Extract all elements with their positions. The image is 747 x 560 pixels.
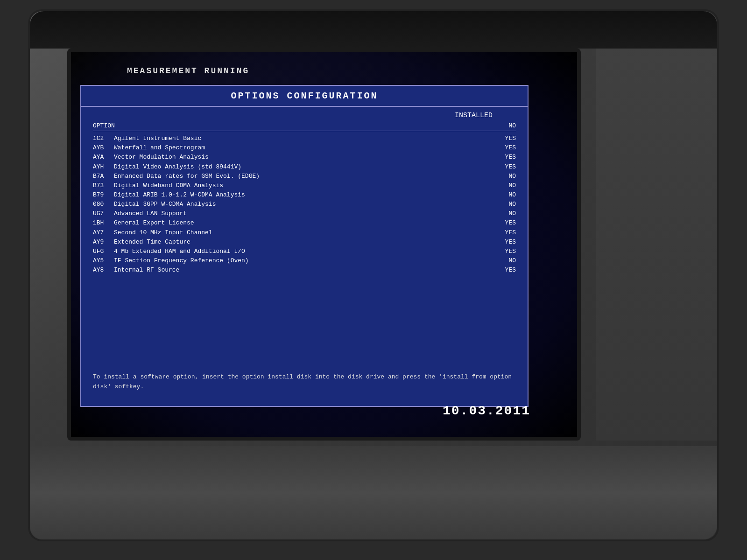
option-code: AYH	[93, 162, 114, 172]
option-status: NO	[488, 209, 516, 218]
initial-no: NO	[488, 121, 516, 131]
option-status: NO	[488, 200, 516, 209]
option-description: Second 10 MHz Input Channel	[114, 228, 488, 238]
option-status: NO	[488, 256, 516, 266]
option-code: 1C2	[93, 134, 114, 143]
config-content: INSTALLED OPTION NO 1C2Agilent Instrumen…	[81, 107, 528, 280]
option-row: AY7Second 10 MHz Input ChannelYES	[93, 228, 516, 238]
option-col-header: INSTALLED	[455, 112, 493, 119]
option-code: UG7	[93, 209, 114, 218]
option-row: B79Digital ARIB 1.0-1.2 W-CDMA AnalysisN…	[93, 190, 516, 200]
option-status: YES	[488, 218, 516, 228]
option-description: Digital Video Analysis (std 89441V)	[114, 162, 488, 172]
option-code: UFG	[93, 247, 114, 256]
option-row: 080Digital 3GPP W-CDMA AnalysisNO	[93, 200, 516, 209]
config-panel-title: OPTIONS CONFIGURATION	[81, 86, 528, 107]
option-description: Enhanced Data rates for GSM Evol. (EDGE)	[114, 172, 488, 181]
install-note: To install a software option, insert the…	[93, 372, 518, 392]
option-code: 1BH	[93, 218, 114, 228]
option-row: B7AEnhanced Data rates for GSM Evol. (ED…	[93, 172, 516, 181]
option-code: AY9	[93, 238, 114, 247]
option-code: B7A	[93, 172, 114, 181]
option-row: B73Digital Wideband CDMA AnalysisNO	[93, 181, 516, 190]
options-header: INSTALLED	[93, 112, 516, 119]
option-no-initial: OPTION NO	[93, 121, 516, 131]
option-row: AYBWaterfall and SpectrogramYES	[93, 143, 516, 153]
option-row: UG7Advanced LAN SupportNO	[93, 209, 516, 218]
option-row: 1C2Agilent Instrument BasicYES	[93, 134, 516, 143]
option-status: YES	[488, 134, 516, 143]
crt-screen: MEASUREMENT RUNNING OPTIONS CONFIGURATIO…	[67, 49, 581, 441]
screen-inner: MEASUREMENT RUNNING OPTIONS CONFIGURATIO…	[71, 52, 577, 437]
option-description: Waterfall and Spectrogram	[114, 143, 488, 153]
option-code: 080	[93, 200, 114, 209]
option-status: NO	[488, 181, 516, 190]
option-status: YES	[488, 247, 516, 256]
option-row: UFG4 Mb Extended RAM and Additional I/OY…	[93, 247, 516, 256]
option-description: General Export License	[114, 218, 488, 228]
option-status: YES	[488, 238, 516, 247]
options-divider	[93, 131, 516, 131]
option-description: Digital Wideband CDMA Analysis	[114, 181, 488, 190]
option-row: AY9Extended Time CaptureYES	[93, 238, 516, 247]
option-code: B79	[93, 190, 114, 200]
config-panel: OPTIONS CONFIGURATION INSTALLED OPTION N…	[80, 85, 529, 407]
measurement-running-label: MEASUREMENT RUNNING	[127, 66, 249, 76]
right-panel: install from option disk hardware option…	[596, 49, 717, 441]
option-description: Digital ARIB 1.0-1.2 W-CDMA Analysis	[114, 190, 488, 200]
option-code: AYB	[93, 143, 114, 153]
option-description: 4 Mb Extended RAM and Additional I/O	[114, 247, 488, 256]
option-code: AY8	[93, 266, 114, 275]
option-code: AYA	[93, 153, 114, 162]
option-description: Digital 3GPP W-CDMA Analysis	[114, 200, 488, 209]
option-code: AY5	[93, 256, 114, 266]
option-status: NO	[488, 190, 516, 200]
option-header-code: OPTION	[93, 121, 114, 131]
option-description: Internal RF Source	[114, 266, 488, 275]
option-status: YES	[488, 228, 516, 238]
option-row: AYAVector Modulation AnalysisYES	[93, 153, 516, 162]
option-status: YES	[488, 143, 516, 153]
option-status: YES	[488, 266, 516, 275]
option-description: IF Section Frequency Reference (Oven)	[114, 256, 488, 266]
option-description: Agilent Instrument Basic	[114, 134, 488, 143]
option-row: AY5IF Section Frequency Reference (Oven)…	[93, 256, 516, 266]
option-description: Advanced LAN Support	[114, 209, 488, 218]
monitor-bottom	[30, 446, 717, 539]
option-status: YES	[488, 153, 516, 162]
monitor-top	[30, 11, 717, 49]
date-stamp: 10.03.2011	[443, 404, 530, 418]
option-code: AY7	[93, 228, 114, 238]
option-row: AY8Internal RF SourceYES	[93, 266, 516, 275]
options-list: 1C2Agilent Instrument BasicYESAYBWaterfa…	[93, 134, 516, 275]
option-status: YES	[488, 162, 516, 172]
monitor-outer: MEASUREMENT RUNNING OPTIONS CONFIGURATIO…	[28, 9, 719, 541]
option-description: Vector Modulation Analysis	[114, 153, 488, 162]
option-description: Extended Time Capture	[114, 238, 488, 247]
option-row: 1BHGeneral Export LicenseYES	[93, 218, 516, 228]
option-row: AYHDigital Video Analysis (std 89441V)YE…	[93, 162, 516, 172]
option-status: NO	[488, 172, 516, 181]
option-code: B73	[93, 181, 114, 190]
